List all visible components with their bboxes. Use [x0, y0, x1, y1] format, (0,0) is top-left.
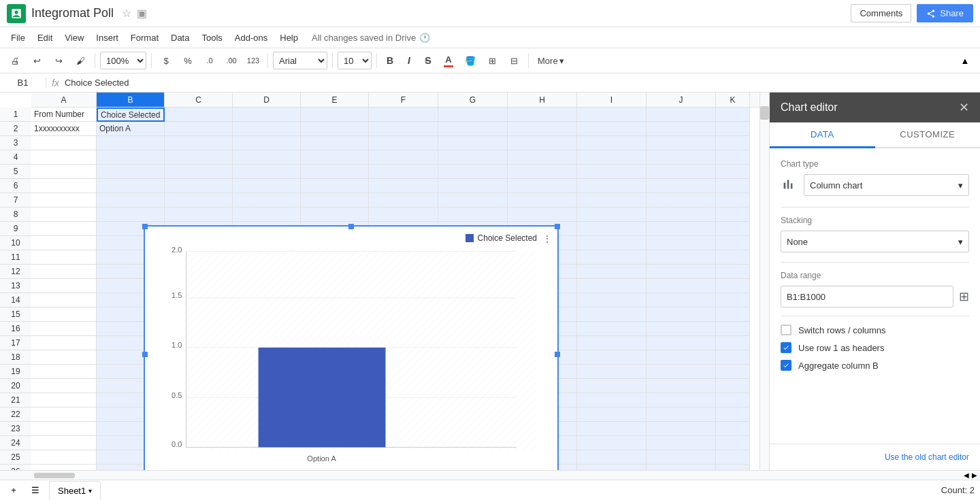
row-header-16[interactable]: 16 — [0, 322, 31, 336]
cell-I16[interactable] — [577, 322, 647, 336]
cell-A14[interactable] — [31, 293, 97, 307]
col-header-K[interactable]: K — [716, 93, 750, 107]
cell-C8[interactable] — [165, 207, 233, 222]
sheet-tab-sheet1[interactable]: Sheet1 ▾ — [49, 481, 101, 500]
cell-K2[interactable] — [716, 122, 750, 136]
comments-button[interactable]: Comments — [851, 4, 911, 22]
cell-I10[interactable] — [577, 236, 647, 250]
row-header-14[interactable]: 14 — [0, 293, 31, 307]
vertical-scrollbar[interactable] — [760, 93, 769, 470]
col-header-J[interactable]: J — [647, 93, 716, 107]
cell-C4[interactable] — [165, 150, 233, 165]
cell-C5[interactable] — [165, 165, 233, 179]
cell-I1[interactable] — [577, 107, 647, 122]
cell-D2[interactable] — [233, 122, 301, 136]
text-color-button[interactable]: A — [439, 51, 458, 70]
cell-F6[interactable] — [369, 179, 438, 193]
cell-I22[interactable] — [577, 407, 647, 422]
row-header-20[interactable]: 20 — [0, 379, 31, 393]
more-button[interactable]: More ▾ — [534, 54, 568, 68]
chart-type-dropdown[interactable]: Column chart ▾ — [804, 174, 969, 196]
redo-button[interactable]: ↪ — [49, 51, 68, 70]
star-icon[interactable]: ☆ — [122, 7, 131, 20]
cell-H4[interactable] — [508, 150, 577, 165]
cell-I3[interactable] — [577, 136, 647, 150]
cell-A17[interactable] — [31, 336, 97, 350]
cell-C2[interactable] — [165, 122, 233, 136]
row-header-22[interactable]: 22 — [0, 407, 31, 422]
cell-B7[interactable] — [97, 193, 165, 207]
cell-J26[interactable] — [647, 465, 716, 470]
cell-I24[interactable] — [577, 436, 647, 450]
cell-A11[interactable] — [31, 250, 97, 265]
currency-button[interactable]: $ — [157, 51, 176, 70]
col-header-E[interactable]: E — [301, 93, 369, 107]
cell-A26[interactable] — [31, 465, 97, 470]
col-header-C[interactable]: C — [165, 93, 233, 107]
cell-G1[interactable] — [438, 107, 508, 122]
cell-A9[interactable] — [31, 222, 97, 236]
cell-J25[interactable] — [647, 450, 716, 465]
row-header-18[interactable]: 18 — [0, 350, 31, 365]
cell-I13[interactable] — [577, 279, 647, 293]
tab-customize[interactable]: CUSTOMIZE — [875, 122, 981, 147]
cell-A10[interactable] — [31, 236, 97, 250]
cell-K20[interactable] — [716, 379, 750, 393]
row-header-17[interactable]: 17 — [0, 336, 31, 350]
cell-A22[interactable] — [31, 407, 97, 422]
add-sheet-button[interactable]: + — [5, 482, 22, 499]
cell-B5[interactable] — [97, 165, 165, 179]
cell-K11[interactable] — [716, 250, 750, 265]
cell-A20[interactable] — [31, 379, 97, 393]
share-button[interactable]: Share — [917, 4, 973, 22]
cell-I21[interactable] — [577, 393, 647, 407]
menu-addons[interactable]: Add-ons — [229, 31, 273, 45]
cell-K3[interactable] — [716, 136, 750, 150]
cell-J8[interactable] — [647, 207, 716, 222]
cell-J23[interactable] — [647, 422, 716, 436]
cell-I6[interactable] — [577, 179, 647, 193]
use-row-headers-checkbox[interactable] — [781, 342, 791, 353]
cell-K26[interactable] — [716, 465, 750, 470]
row-header-12[interactable]: 12 — [0, 265, 31, 279]
cell-B4[interactable] — [97, 150, 165, 165]
cell-K1[interactable] — [716, 107, 750, 122]
cell-J22[interactable] — [647, 407, 716, 422]
row-header-25[interactable]: 25 — [0, 450, 31, 465]
cell-B2[interactable]: Option A — [97, 122, 165, 136]
cell-J14[interactable] — [647, 293, 716, 307]
old-chart-editor-link[interactable]: Use the old chart editor — [885, 452, 969, 462]
cell-J5[interactable] — [647, 165, 716, 179]
row-header-6[interactable]: 6 — [0, 179, 31, 193]
row-header-9[interactable]: 9 — [0, 222, 31, 236]
data-range-input[interactable] — [781, 286, 953, 307]
row-header-11[interactable]: 11 — [0, 250, 31, 265]
cell-I25[interactable] — [577, 450, 647, 465]
cell-J21[interactable] — [647, 393, 716, 407]
col-header-H[interactable]: H — [508, 93, 577, 107]
cell-A4[interactable] — [31, 150, 97, 165]
cell-J4[interactable] — [647, 150, 716, 165]
cell-A2[interactable]: 1xxxxxxxxxx — [31, 122, 97, 136]
cell-F1[interactable] — [369, 107, 438, 122]
format-button[interactable]: 123 — [244, 51, 263, 70]
cell-I5[interactable] — [577, 165, 647, 179]
cell-K19[interactable] — [716, 365, 750, 379]
cell-J2[interactable] — [647, 122, 716, 136]
cell-D3[interactable] — [233, 136, 301, 150]
col-header-F[interactable]: F — [369, 93, 438, 107]
bold-button[interactable]: B — [382, 52, 398, 69]
cell-I14[interactable] — [577, 293, 647, 307]
cell-C6[interactable] — [165, 179, 233, 193]
cell-D6[interactable] — [233, 179, 301, 193]
hscroll-thumb[interactable] — [34, 473, 75, 478]
cell-K10[interactable] — [716, 236, 750, 250]
cell-A12[interactable] — [31, 265, 97, 279]
cell-B3[interactable] — [97, 136, 165, 150]
cell-G8[interactable] — [438, 207, 508, 222]
row-header-5[interactable]: 5 — [0, 165, 31, 179]
font-select[interactable]: Arial — [273, 52, 327, 69]
cell-I20[interactable] — [577, 379, 647, 393]
row-header-1[interactable]: 1 — [0, 107, 31, 122]
cell-K15[interactable] — [716, 307, 750, 322]
